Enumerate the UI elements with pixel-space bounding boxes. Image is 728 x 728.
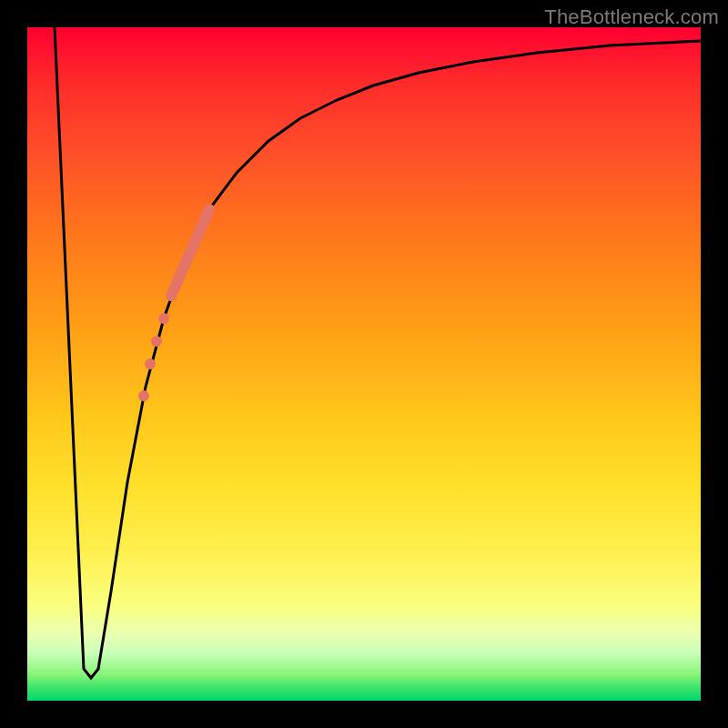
highlight-segment	[171, 209, 209, 296]
chart-frame: TheBottleneck.com	[0, 0, 728, 728]
bottleneck-curve	[55, 27, 701, 678]
dot-1	[158, 313, 169, 324]
plot-area	[27, 27, 701, 701]
curve-svg	[27, 27, 701, 701]
dot-2	[151, 336, 162, 347]
dot-4	[138, 390, 149, 401]
watermark-label: TheBottleneck.com	[544, 5, 719, 29]
dot-3	[145, 359, 156, 369]
